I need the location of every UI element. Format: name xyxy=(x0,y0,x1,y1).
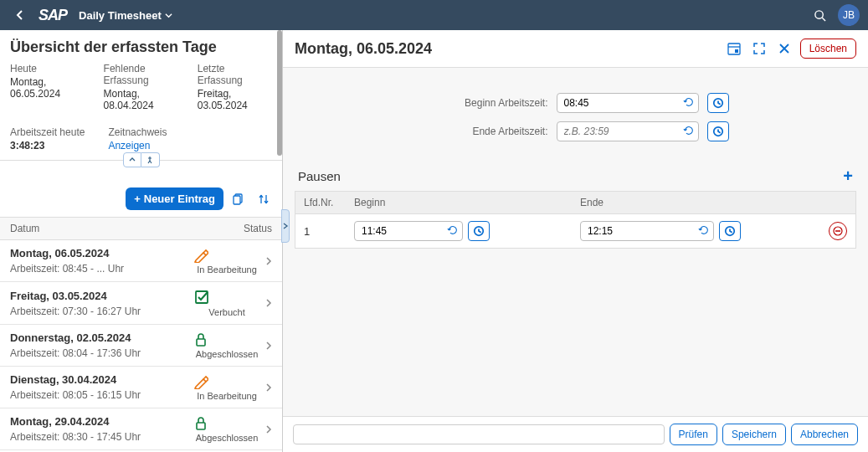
copy-icon[interactable] xyxy=(229,189,249,209)
search-icon[interactable] xyxy=(807,6,833,25)
overview-title: Übersicht der erfassten Tage xyxy=(0,30,282,63)
pause-end-input[interactable] xyxy=(580,221,714,241)
clock-button[interactable] xyxy=(707,93,729,113)
begin-input[interactable] xyxy=(557,93,699,113)
list-item[interactable]: Donnerstag, 02.05.2024Arbeitszeit: 08:04… xyxy=(0,325,282,367)
status-icon xyxy=(193,374,260,389)
calendar-icon[interactable] xyxy=(725,39,743,58)
save-button[interactable]: Speichern xyxy=(722,424,786,445)
work-today-label: Arbeitszeit heute xyxy=(10,126,85,138)
today-value: Montag, 06.05.2024 xyxy=(10,76,87,100)
svg-point-0 xyxy=(815,10,823,18)
list-item[interactable]: Freitag, 03.05.2024Arbeitszeit: 07:30 - … xyxy=(0,282,282,325)
svg-rect-7 xyxy=(728,44,740,54)
svg-rect-4 xyxy=(197,339,205,346)
chevron-right-icon xyxy=(265,341,272,351)
history-icon[interactable] xyxy=(683,125,695,136)
last-label: Letzte Erfassung xyxy=(198,63,272,86)
close-icon[interactable] xyxy=(775,39,794,58)
pause-row: 1 xyxy=(295,214,856,249)
cancel-button[interactable]: Abbrechen xyxy=(791,424,858,445)
side-panel-toggle[interactable] xyxy=(281,209,290,243)
entry-date: Montag, 06.05.2024 xyxy=(10,247,193,259)
collapse-button[interactable] xyxy=(123,152,141,167)
list-item[interactable]: Montag, 29.04.2024Arbeitszeit: 08:30 - 1… xyxy=(0,408,282,450)
chevron-right-icon xyxy=(265,383,272,393)
entry-sub: Arbeitszeit: 08:30 - 17:45 Uhr xyxy=(10,431,193,443)
svg-rect-8 xyxy=(735,49,738,53)
list-item[interactable]: Montag, 06.05.2024Arbeitszeit: 08:45 - .… xyxy=(0,240,282,282)
missing-label: Fehlende Erfassung xyxy=(104,63,181,86)
entry-status: Abgeschlossen xyxy=(193,332,260,359)
last-value: Freitag, 03.05.2024 xyxy=(198,88,272,111)
fullscreen-icon[interactable] xyxy=(750,39,768,58)
entry-sub: Arbeitszeit: 07:30 - 16:27 Uhr xyxy=(10,306,193,317)
pausen-title: Pausen xyxy=(298,169,843,183)
status-icon xyxy=(193,248,260,263)
entry-sub: Arbeitszeit: 08:04 - 17:36 Uhr xyxy=(10,347,193,359)
message-strip[interactable] xyxy=(293,424,665,444)
status-icon xyxy=(193,332,260,347)
pin-button[interactable] xyxy=(141,152,160,167)
entry-date: Dienstag, 30.04.2024 xyxy=(10,373,193,386)
entry-status: In Bearbeitung xyxy=(193,248,260,275)
end-input[interactable] xyxy=(557,121,699,141)
clock-button[interactable] xyxy=(707,121,729,141)
col-beginn: Beginn xyxy=(354,197,580,208)
today-label: Heute xyxy=(10,63,87,74)
chevron-right-icon xyxy=(265,256,272,266)
col-lfdnr: Lfd.Nr. xyxy=(304,197,354,208)
scrollbar[interactable] xyxy=(277,30,282,156)
clock-button[interactable] xyxy=(719,221,741,241)
detail-title: Montag, 06.05.2024 xyxy=(295,40,725,58)
proof-label: Zeitnachweis xyxy=(108,126,167,138)
history-icon[interactable] xyxy=(683,96,695,108)
work-today-value: 3:48:23 xyxy=(10,140,85,152)
list-item[interactable]: Dienstag, 30.04.2024Arbeitszeit: 08:05 -… xyxy=(0,367,282,408)
begin-label: Beginn Arbeitszeit: xyxy=(423,97,548,109)
pause-nr: 1 xyxy=(304,225,354,238)
col-status: Status xyxy=(244,223,272,234)
entry-date: Donnerstag, 02.05.2024 xyxy=(10,331,193,344)
missing-value: Montag, 08.04.2024 xyxy=(104,88,181,111)
entry-date: Freitag, 03.05.2024 xyxy=(10,290,193,302)
chevron-right-icon xyxy=(265,424,272,434)
entry-status: Abgeschlossen xyxy=(193,416,260,443)
history-icon[interactable] xyxy=(698,224,710,236)
svg-rect-2 xyxy=(234,196,240,204)
entry-status: Verbucht xyxy=(193,289,260,317)
delete-button[interactable]: Löschen xyxy=(800,39,856,59)
entry-sub: Arbeitszeit: 08:05 - 16:15 Uhr xyxy=(10,389,193,401)
app-title-dropdown[interactable]: Daily Timesheet xyxy=(79,9,172,22)
proof-link[interactable]: Anzeigen xyxy=(108,140,167,152)
plus-icon: + xyxy=(134,193,141,205)
back-button[interactable] xyxy=(8,7,32,23)
sap-logo: SAP xyxy=(39,7,67,24)
svg-rect-5 xyxy=(197,423,205,429)
entry-status: In Bearbeitung xyxy=(193,374,260,401)
new-entry-button[interactable]: + Neuer Eintrag xyxy=(126,187,223,210)
status-icon xyxy=(193,416,260,431)
add-pause-button[interactable]: + xyxy=(843,167,853,186)
entry-date: Montag, 29.04.2024 xyxy=(10,415,193,428)
status-icon xyxy=(193,289,260,306)
end-label: Ende Arbeitszeit: xyxy=(423,126,548,137)
sort-icon[interactable] xyxy=(254,189,274,209)
check-button[interactable]: Prüfen xyxy=(670,424,717,445)
delete-pause-button[interactable] xyxy=(829,222,847,240)
clock-button[interactable] xyxy=(468,221,490,241)
history-icon[interactable] xyxy=(447,224,459,236)
chevron-right-icon xyxy=(265,298,272,308)
col-date: Datum xyxy=(10,223,244,234)
avatar[interactable]: JB xyxy=(838,4,860,26)
col-ende: Ende xyxy=(580,197,847,208)
entry-sub: Arbeitszeit: 08:45 - ... Uhr xyxy=(10,263,193,275)
